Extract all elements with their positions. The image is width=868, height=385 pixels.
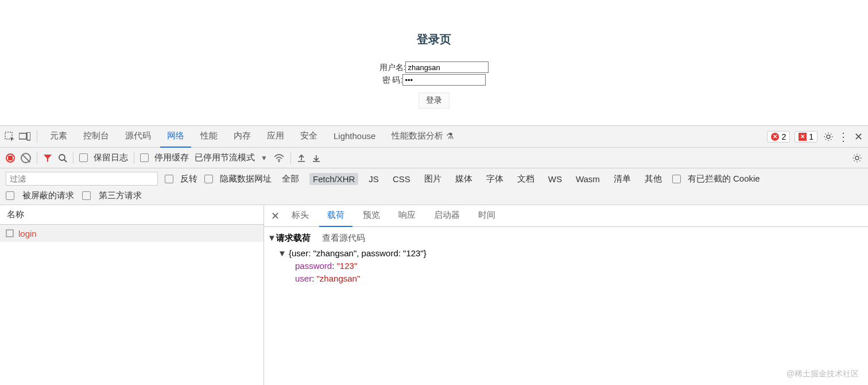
payload-title: 请求载荷: [276, 233, 311, 242]
close-detail-icon[interactable]: ✕: [269, 210, 281, 222]
json-value: "123": [337, 261, 358, 271]
issue-badge[interactable]: ✕1: [795, 131, 817, 143]
tab-lighthouse[interactable]: Lighthouse: [327, 126, 382, 148]
svg-rect-1: [19, 133, 26, 139]
disable-cache-checkbox[interactable]: [140, 153, 149, 162]
tab-elements[interactable]: 元素: [43, 126, 74, 148]
type-media[interactable]: 媒体: [452, 172, 476, 186]
throttling-select[interactable]: 已停用节流模式: [195, 152, 255, 163]
tab-perf-insights[interactable]: 性能数据分析 ⚗: [385, 126, 460, 148]
type-manifest[interactable]: 清单: [610, 172, 634, 186]
blocked-cookies-checkbox[interactable]: [672, 175, 681, 183]
login-button[interactable]: 登录: [418, 93, 450, 109]
dtab-payload[interactable]: 载荷: [319, 205, 352, 227]
svg-point-3: [59, 155, 65, 160]
password-input[interactable]: [402, 74, 486, 86]
separator: [37, 152, 37, 164]
dtab-timing[interactable]: 时间: [470, 205, 503, 227]
separator: [290, 152, 291, 164]
close-icon[interactable]: ✕: [852, 130, 865, 143]
inspect-element-icon[interactable]: [3, 130, 16, 143]
tab-security[interactable]: 安全: [293, 126, 324, 148]
dtab-initiator[interactable]: 启动器: [426, 205, 468, 227]
more-icon[interactable]: ⋮: [837, 130, 850, 143]
preserve-log-label: 保留日志: [94, 152, 128, 163]
network-body: 名称 login ✕ 标头 载荷 预览 响应 启动器 时间 ▼请求载荷 查看源代…: [0, 205, 868, 385]
type-wasm[interactable]: Wasm: [572, 173, 603, 185]
separator: [134, 152, 134, 164]
wifi-icon[interactable]: [273, 153, 285, 163]
invert-label: 反转: [180, 174, 197, 184]
separator: [73, 152, 73, 164]
triangle-down-icon: ▼: [278, 248, 289, 258]
view-source-link[interactable]: 查看源代码: [322, 233, 365, 244]
json-summary: {user: "zhangsan", password: "123"}: [289, 248, 427, 258]
device-toolbar-icon[interactable]: [18, 130, 31, 143]
dtab-response[interactable]: 响应: [390, 205, 424, 227]
preserve-log-checkbox[interactable]: [79, 153, 88, 162]
username-input[interactable]: [405, 61, 489, 73]
throttling-label: 已停用节流模式: [195, 152, 255, 162]
error-count: 2: [781, 132, 786, 141]
record-button[interactable]: [6, 153, 15, 163]
password-row: 密 码:: [0, 74, 868, 86]
payload-body: ▼请求载荷 查看源代码 ▼ {user: "zhangsan", passwor…: [264, 227, 868, 290]
file-icon: [6, 229, 14, 237]
gear-icon[interactable]: [852, 153, 862, 163]
blocked-requests-checkbox[interactable]: [6, 191, 14, 200]
request-detail: ✕ 标头 载荷 预览 响应 启动器 时间 ▼请求载荷 查看源代码 ▼ {user…: [264, 205, 868, 385]
tab-perf-insights-label: 性能数据分析: [392, 130, 443, 141]
triangle-down-icon: ▼: [268, 233, 276, 242]
upload-icon[interactable]: [297, 153, 306, 163]
payload-section[interactable]: ▼请求载荷: [268, 233, 311, 244]
detail-tabs: ✕ 标头 载荷 预览 响应 启动器 时间: [264, 205, 868, 227]
type-img[interactable]: 图片: [421, 172, 445, 186]
filter-bar: 反转 隐藏数据网址 全部 Fetch/XHR JS CSS 图片 媒体 字体 文…: [0, 168, 868, 205]
type-css[interactable]: CSS: [389, 173, 414, 185]
dtab-preview[interactable]: 预览: [355, 205, 388, 227]
tab-sources[interactable]: 源代码: [118, 126, 158, 148]
chevron-down-icon[interactable]: ▼: [261, 154, 268, 162]
gear-icon[interactable]: [822, 130, 835, 143]
request-row[interactable]: login: [0, 225, 264, 242]
devtools-tab-bar: 元素 控制台 源代码 网络 性能 内存 应用 安全 Lighthouse 性能数…: [0, 126, 868, 148]
blocked-requests-label: 被屏蔽的请求: [22, 190, 74, 201]
flask-icon: ⚗: [446, 131, 454, 141]
hide-data-urls-checkbox[interactable]: [204, 175, 213, 183]
tab-memory[interactable]: 内存: [227, 126, 258, 148]
error-badge[interactable]: ✕2: [767, 131, 790, 143]
type-js[interactable]: JS: [365, 173, 382, 185]
filter-input[interactable]: [6, 172, 158, 186]
type-doc[interactable]: 文档: [514, 172, 538, 186]
filter-icon[interactable]: [43, 153, 52, 163]
tab-network[interactable]: 网络: [160, 126, 191, 148]
search-icon[interactable]: [58, 153, 67, 163]
third-party-label: 第三方请求: [99, 190, 142, 201]
json-key: password: [295, 261, 332, 271]
json-key: user: [295, 274, 312, 283]
issue-count: 1: [809, 132, 813, 141]
tab-application[interactable]: 应用: [260, 126, 291, 148]
type-font[interactable]: 字体: [483, 172, 507, 186]
username-label: 用户名:: [379, 63, 406, 72]
third-party-checkbox[interactable]: [82, 191, 91, 200]
download-icon[interactable]: [312, 153, 321, 163]
request-list-header: 名称: [0, 205, 264, 225]
json-value: "zhangsan": [317, 274, 361, 283]
password-label: 密 码:: [382, 75, 403, 84]
separator: [37, 130, 37, 143]
type-fetch-xhr[interactable]: Fetch/XHR: [309, 173, 358, 185]
devtools-panel: 元素 控制台 源代码 网络 性能 内存 应用 安全 Lighthouse 性能数…: [0, 125, 868, 385]
type-ws[interactable]: WS: [545, 173, 565, 185]
json-summary-row[interactable]: ▼ {user: "zhangsan", password: "123"}: [278, 248, 865, 259]
svg-rect-6: [6, 230, 13, 237]
type-all[interactable]: 全部: [278, 172, 303, 186]
tab-performance[interactable]: 性能: [193, 126, 224, 148]
login-page: 登录页 用户名: 密 码: 登录: [0, 0, 868, 109]
dtab-headers[interactable]: 标头: [284, 205, 317, 227]
invert-checkbox[interactable]: [165, 175, 173, 183]
request-list: 名称 login: [0, 205, 264, 385]
tab-console[interactable]: 控制台: [76, 126, 116, 148]
type-other[interactable]: 其他: [641, 172, 665, 186]
clear-icon[interactable]: [21, 153, 31, 163]
